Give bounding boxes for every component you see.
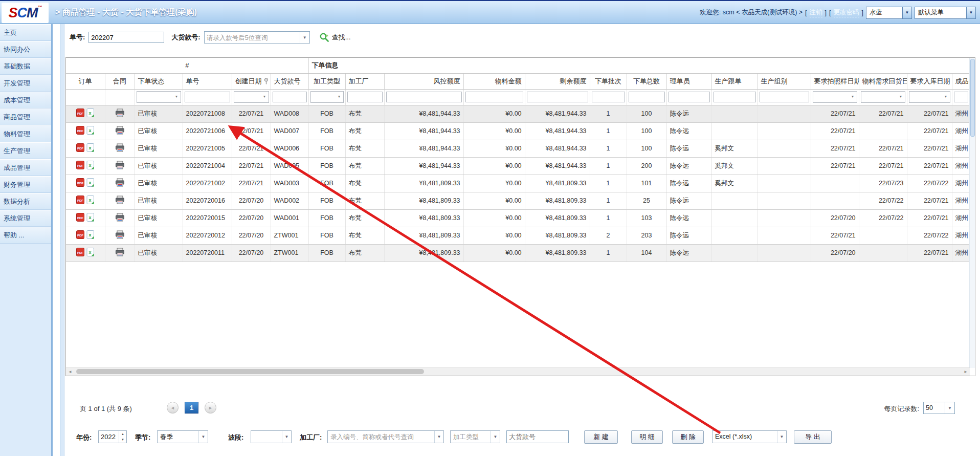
col-header-factory[interactable]: 加工厂 [345, 73, 384, 89]
pdf-icon[interactable]: PDF [76, 230, 84, 239]
scroll-right-icon[interactable]: ► [962, 368, 970, 376]
table-row[interactable]: PDFx已审核2022072001122/07/20ZTW001FOB布梵¥8,… [66, 244, 970, 262]
delete-button[interactable]: 删 除 [672, 430, 704, 444]
sidebar-item-13[interactable]: 帮助 ... [0, 227, 51, 244]
sidebar-item-6[interactable]: 商品管理 [0, 108, 51, 125]
printer-icon[interactable] [115, 230, 125, 239]
pdf-icon[interactable]: PDF [76, 161, 84, 169]
pdf-icon[interactable]: PDF [76, 178, 84, 187]
export-button[interactable]: 导 出 [794, 430, 832, 444]
filter-select-create_date[interactable] [234, 91, 269, 103]
chevron-down-icon[interactable]: ▼ [198, 431, 208, 443]
filter-input-follower[interactable] [714, 92, 756, 102]
sidebar-item-10[interactable]: 财务管理 [0, 176, 51, 193]
factory-combo[interactable]: 录入编号、简称或者代号查询 ▼ [327, 430, 444, 443]
sidebar-item-2[interactable]: 协同办公 [0, 41, 51, 58]
col-header-material[interactable]: 物料金额 [463, 73, 525, 89]
menu-mode-select[interactable]: 默认菜单 ▼ [915, 7, 976, 19]
excel-icon[interactable]: x [86, 178, 95, 187]
col-header-total[interactable]: 下单总数 [627, 73, 666, 89]
filter-input-risk[interactable] [386, 92, 462, 102]
chevron-down-icon[interactable]: ▼ [491, 431, 500, 443]
col-header-create_date[interactable]: 创建日期 [232, 73, 271, 89]
filter-select-in_date[interactable] [909, 91, 950, 103]
order-no-input[interactable] [88, 32, 164, 43]
col-header-group[interactable]: 生产组别 [758, 73, 811, 89]
panel-splitter[interactable] [60, 24, 64, 456]
chevron-down-icon[interactable]: ▼ [902, 7, 911, 18]
col-header-warehouse[interactable]: 成品仓库 [952, 73, 970, 89]
filter-input-factory[interactable] [347, 92, 383, 102]
excel-icon[interactable]: x [86, 161, 95, 169]
col-header-print[interactable]: 合同 [105, 73, 135, 89]
excel-icon[interactable]: x [86, 213, 95, 222]
horizontal-scrollbar[interactable]: ◄ ► [66, 367, 970, 376]
style-no-combo[interactable]: 请录入款号后5位查询 ▼ [204, 31, 310, 44]
pdf-icon[interactable]: PDF [76, 196, 84, 204]
new-button[interactable]: 新 建 [584, 430, 618, 444]
excel-icon[interactable]: x [86, 248, 95, 256]
sidebar-item-9[interactable]: 成品管理 [0, 159, 51, 176]
table-row[interactable]: PDFx已审核2022072100822/07/21WAD008FOB布梵¥8,… [66, 105, 970, 122]
col-header-remain[interactable]: 剩余额度 [525, 73, 590, 89]
printer-icon[interactable] [115, 248, 125, 256]
vertical-scrollbar-thumb[interactable] [970, 59, 975, 137]
filter-input-style_no[interactable] [273, 92, 307, 102]
filter-input-warehouse[interactable] [954, 92, 968, 102]
filter-input-batch[interactable] [592, 92, 625, 102]
band-select[interactable]: ▼ [251, 430, 292, 443]
excel-icon[interactable]: x [86, 126, 95, 135]
table-row[interactable]: PDFx已审核2022072001222/07/20ZTW001FOB布梵¥8,… [66, 227, 970, 244]
chevron-down-icon[interactable]: ▼ [282, 431, 291, 443]
col-header-risk[interactable]: 风控额度 [384, 73, 463, 89]
chevron-down-icon[interactable]: ▼ [777, 431, 786, 443]
process-type-select[interactable]: 加工类型 ▼ [450, 430, 500, 443]
current-page-button[interactable]: 1 [185, 402, 198, 414]
pdf-icon[interactable]: PDF [76, 213, 84, 222]
detail-button[interactable]: 明 细 [631, 430, 663, 444]
printer-icon[interactable] [115, 213, 125, 222]
filter-select-status[interactable] [137, 91, 181, 103]
col-header-order_no[interactable]: 单号 [183, 73, 232, 89]
logout-link[interactable]: 注销 [810, 8, 822, 17]
prev-page-button[interactable]: ◄ [167, 402, 179, 414]
table-row[interactable]: PDFx已审核2022072001522/07/20WAD001FOB布梵¥8,… [66, 209, 970, 227]
sidebar-item-5[interactable]: 成本管理 [0, 92, 51, 108]
next-page-button[interactable]: ► [205, 402, 216, 414]
find-button[interactable]: 查找... [319, 32, 351, 42]
table-row[interactable]: PDFx已审核2022072100522/07/21WAD006FOB布梵¥8,… [66, 140, 970, 157]
filter-input-total[interactable] [629, 92, 665, 102]
theme-select[interactable]: 水蓝 ▼ [866, 7, 912, 19]
excel-icon[interactable]: x [86, 230, 95, 239]
horizontal-scrollbar-thumb[interactable] [76, 369, 424, 374]
filter-input-order_no[interactable] [185, 92, 230, 102]
col-header-material_date[interactable]: 物料需求回货日期 [859, 73, 907, 89]
sidebar-item-11[interactable]: 数据分析 [0, 193, 51, 210]
excel-icon[interactable]: x [86, 143, 95, 152]
col-header-batch[interactable]: 下单批次 [590, 73, 627, 89]
style-no-field[interactable] [506, 430, 569, 443]
table-row[interactable]: PDFx已审核2022072001622/07/20WAD002FOB布梵¥8,… [66, 192, 970, 209]
printer-icon[interactable] [115, 108, 125, 117]
col-header-status[interactable]: 下单状态 [135, 73, 183, 89]
filter-input-remain[interactable] [527, 92, 588, 102]
filter-input-group[interactable] [760, 92, 809, 102]
pdf-icon[interactable]: PDF [76, 108, 84, 117]
col-header-clerk[interactable]: 理单员 [666, 73, 711, 89]
sidebar-item-4[interactable]: 开发管理 [0, 75, 51, 92]
chevron-down-icon[interactable]: ▼ [300, 32, 309, 43]
chevron-down-icon[interactable]: ▼ [945, 402, 954, 414]
pdf-icon[interactable]: PDF [76, 248, 84, 256]
col-header-in_date[interactable]: 要求入库日期 [907, 73, 952, 89]
printer-icon[interactable] [115, 143, 125, 152]
sidebar-item-12[interactable]: 系统管理 [0, 210, 51, 227]
sidebar-item-7[interactable]: 物料管理 [0, 125, 51, 142]
sidebar-item-3[interactable]: 基础数据 [0, 58, 51, 75]
col-header-follower[interactable]: 生产跟单 [711, 73, 758, 89]
filter-input-material[interactable] [465, 92, 523, 102]
change-password-link[interactable]: 更改密码 [834, 8, 859, 17]
printer-icon[interactable] [115, 126, 125, 135]
season-select[interactable]: 春季 ▼ [157, 430, 208, 443]
sidebar-item-1[interactable]: 主页 [0, 24, 51, 41]
year-stepper[interactable]: 2022 [98, 430, 127, 443]
